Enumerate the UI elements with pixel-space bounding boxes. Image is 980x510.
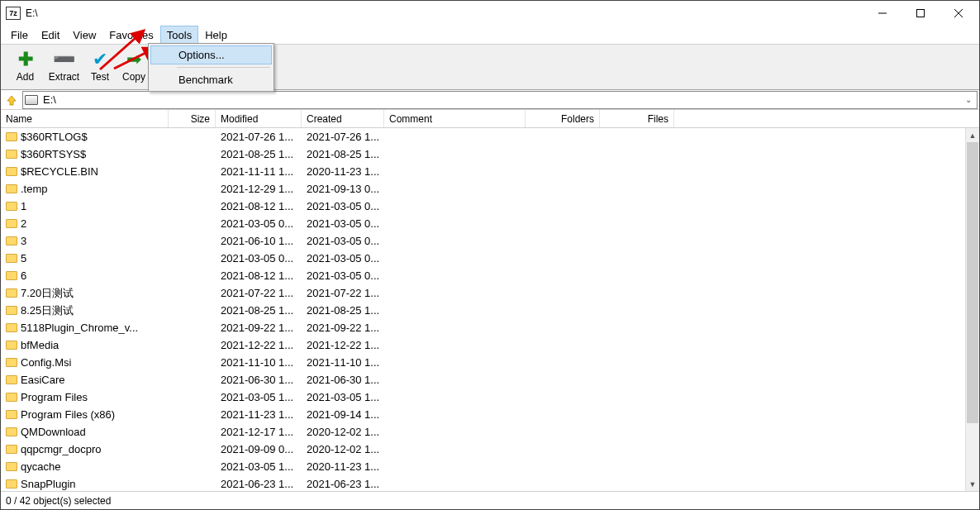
scroll-down-button[interactable]: ▼ bbox=[966, 477, 979, 491]
file-name: SnapPlugin bbox=[21, 478, 76, 490]
table-row[interactable]: Config.Msi2021-11-10 1...2021-11-10 1... bbox=[1, 354, 965, 371]
file-modified: 2021-08-25 1... bbox=[216, 148, 302, 160]
file-modified: 2021-03-05 1... bbox=[216, 460, 302, 473]
file-name: 8.25日测试 bbox=[21, 304, 74, 317]
file-modified: 2021-11-10 1... bbox=[216, 356, 302, 369]
table-row[interactable]: .temp2021-12-29 1...2021-09-13 0... bbox=[1, 180, 965, 198]
window-title: E:\ bbox=[26, 7, 863, 19]
file-modified: 2021-03-05 0... bbox=[216, 217, 302, 230]
table-row[interactable]: bfMedia2021-12-22 1...2021-12-22 1... bbox=[1, 336, 965, 354]
menu-favorites[interactable]: Favorites bbox=[102, 26, 159, 44]
file-modified: 2021-03-05 0... bbox=[216, 252, 302, 265]
minimize-button[interactable] bbox=[863, 1, 902, 26]
tools-dropdown: Options... Benchmark bbox=[148, 43, 274, 92]
menu-benchmark[interactable]: Benchmark bbox=[150, 70, 272, 89]
folder-icon bbox=[6, 445, 17, 454]
up-button[interactable] bbox=[2, 91, 21, 109]
chevron-down-icon[interactable]: ⌄ bbox=[962, 95, 975, 104]
folder-icon bbox=[6, 358, 17, 367]
folder-icon bbox=[6, 462, 17, 471]
table-row[interactable]: 12021-08-12 1...2021-03-05 0... bbox=[1, 198, 965, 215]
table-row[interactable]: Program Files2021-03-05 1...2021-03-05 1… bbox=[1, 388, 965, 406]
col-comment[interactable]: Comment bbox=[384, 110, 526, 127]
folder-icon bbox=[6, 341, 17, 350]
table-row[interactable]: 5118Plugin_Chrome_v...2021-09-22 1...202… bbox=[1, 319, 965, 336]
file-created: 2021-03-05 0... bbox=[302, 217, 384, 230]
folder-icon bbox=[6, 271, 17, 280]
col-name[interactable]: Name bbox=[1, 110, 169, 127]
file-modified: 2021-12-22 1... bbox=[216, 339, 302, 351]
table-row[interactable]: Program Files (x86)2021-11-23 1...2021-0… bbox=[1, 406, 965, 423]
file-name: $360RTSYS$ bbox=[21, 148, 86, 160]
table-row[interactable]: $RECYCLE.BIN2021-11-11 1...2020-11-23 1.… bbox=[1, 163, 965, 180]
file-name: Program Files (x86) bbox=[21, 408, 115, 421]
menu-tools[interactable]: Tools bbox=[160, 26, 198, 44]
maximize-button[interactable] bbox=[902, 1, 940, 26]
col-files[interactable]: Files bbox=[600, 110, 674, 127]
table-row[interactable]: 32021-06-10 1...2021-03-05 0... bbox=[1, 232, 965, 250]
test-button[interactable]: ✔ Test bbox=[83, 46, 117, 88]
address-path: E:\ bbox=[43, 93, 962, 106]
menu-file[interactable]: File bbox=[4, 26, 35, 44]
menu-separator bbox=[177, 67, 270, 68]
table-row[interactable]: $360RTLOG$2021-07-26 1...2021-07-26 1... bbox=[1, 128, 965, 145]
table-row[interactable]: $360RTSYS$2021-08-25 1...2021-08-25 1... bbox=[1, 145, 965, 163]
minimize-icon bbox=[878, 9, 887, 17]
copy-button[interactable]: ➡ Copy bbox=[117, 46, 151, 88]
file-created: 2020-11-23 1... bbox=[302, 460, 384, 473]
table-row[interactable]: 62021-08-12 1...2021-03-05 0... bbox=[1, 267, 965, 284]
table-row[interactable]: 8.25日测试2021-08-25 1...2021-08-25 1... bbox=[1, 302, 965, 319]
folder-icon bbox=[6, 236, 17, 245]
file-name: QMDownload bbox=[21, 426, 86, 438]
file-modified: 2021-09-09 0... bbox=[216, 443, 302, 455]
menu-view[interactable]: View bbox=[66, 26, 102, 44]
file-created: 2020-11-23 1... bbox=[302, 165, 384, 178]
table-row[interactable]: 22021-03-05 0...2021-03-05 0... bbox=[1, 215, 965, 232]
status-text: 0 / 42 object(s) selected bbox=[6, 495, 111, 507]
col-created[interactable]: Created bbox=[302, 110, 384, 127]
file-created: 2021-11-10 1... bbox=[302, 356, 384, 369]
col-folders[interactable]: Folders bbox=[526, 110, 600, 127]
vertical-scrollbar[interactable]: ▲ ▼ bbox=[965, 128, 979, 491]
menu-edit[interactable]: Edit bbox=[35, 26, 66, 44]
file-modified: 2021-12-17 1... bbox=[216, 426, 302, 438]
titlebar: 7z E:\ bbox=[1, 1, 979, 26]
address-combo[interactable]: E:\ ⌄ bbox=[22, 91, 978, 109]
table-row[interactable]: qqpcmgr_docpro2021-09-09 0...2020-12-02 … bbox=[1, 441, 965, 458]
menu-options[interactable]: Options... bbox=[150, 45, 272, 64]
table-row[interactable]: QMDownload2021-12-17 1...2020-12-02 1... bbox=[1, 423, 965, 441]
col-size[interactable]: Size bbox=[169, 110, 216, 127]
folder-icon bbox=[6, 323, 17, 332]
table-row[interactable]: EasiCare2021-06-30 1...2021-06-30 1... bbox=[1, 371, 965, 388]
file-name: 5 bbox=[21, 252, 26, 265]
table-row[interactable]: 7.20日测试2021-07-22 1...2021-07-22 1... bbox=[1, 284, 965, 302]
scroll-up-button[interactable]: ▲ bbox=[966, 128, 979, 142]
file-name: $360RTLOG$ bbox=[21, 131, 88, 143]
file-name: 7.20日测试 bbox=[21, 287, 74, 299]
add-button[interactable]: ✚ Add bbox=[6, 46, 45, 88]
folder-icon bbox=[6, 254, 17, 263]
file-name: bfMedia bbox=[21, 339, 59, 351]
close-button[interactable] bbox=[940, 1, 978, 26]
file-modified: 2021-06-10 1... bbox=[216, 235, 302, 247]
table-row[interactable]: qycache2021-03-05 1...2020-11-23 1... bbox=[1, 458, 965, 475]
folder-icon bbox=[6, 375, 17, 384]
file-modified: 2021-07-26 1... bbox=[216, 131, 302, 143]
menu-help[interactable]: Help bbox=[198, 26, 234, 44]
maximize-icon bbox=[916, 9, 925, 17]
file-modified: 2021-07-22 1... bbox=[216, 287, 302, 299]
extract-button[interactable]: ➖ Extract bbox=[45, 46, 83, 88]
table-row[interactable]: SnapPlugin2021-06-23 1...2021-06-23 1... bbox=[1, 475, 965, 491]
folder-icon bbox=[6, 479, 17, 489]
file-created: 2021-08-25 1... bbox=[302, 148, 384, 160]
scroll-thumb[interactable] bbox=[967, 142, 978, 423]
file-list[interactable]: $360RTLOG$2021-07-26 1...2021-07-26 1...… bbox=[1, 128, 965, 491]
file-name: EasiCare bbox=[21, 374, 64, 386]
file-created: 2021-06-30 1... bbox=[302, 374, 384, 386]
table-row[interactable]: 52021-03-05 0...2021-03-05 0... bbox=[1, 250, 965, 267]
file-name: 1 bbox=[21, 200, 26, 212]
folder-icon bbox=[6, 150, 17, 159]
col-modified[interactable]: Modified bbox=[216, 110, 302, 127]
file-modified: 2021-06-30 1... bbox=[216, 374, 302, 386]
file-name: 3 bbox=[21, 235, 26, 247]
